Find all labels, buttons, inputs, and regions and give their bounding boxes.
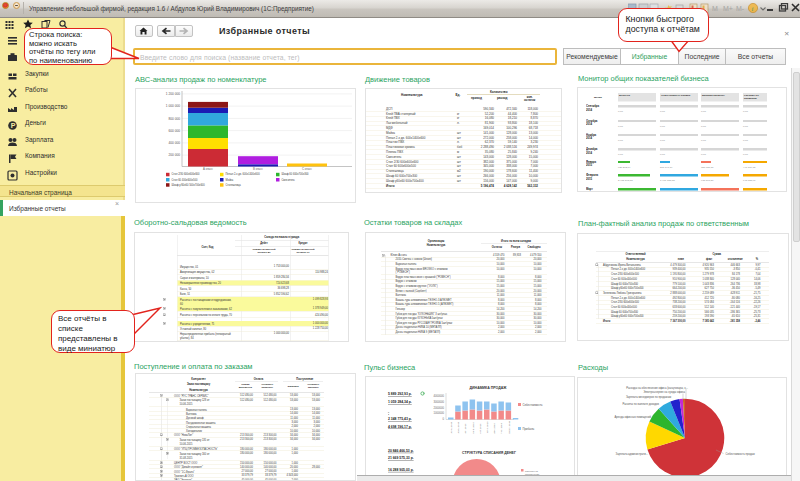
svg-text:Р: Р <box>11 122 16 129</box>
svg-text:M: M <box>712 5 718 12</box>
svg-text:Шкаф 60 600х700х300: Шкаф 60 600х700х300 <box>282 172 310 176</box>
svg-text:4 698 196,17 р.: 4 698 196,17 р. <box>388 425 412 429</box>
svg-text:А класс: А класс <box>203 167 213 171</box>
svg-text:5 889 292,93 р.: 5 889 292,93 р. <box>388 392 412 396</box>
svg-text:Зарплата менеджеров по продажа: Зарплата менеджеров по продажам <box>626 395 671 399</box>
svg-text:янв. 2016: янв. 2016 <box>500 422 503 433</box>
svg-text:Шкаф у/60х60 500х700х600: Шкаф у/60х60 500х700х600 <box>172 183 206 187</box>
svg-text:Стол 2/30 600х600х600: Стол 2/30 600х600х600 <box>172 172 201 176</box>
svg-text:Зарплата администрати...: Зарплата администрати... <box>616 452 649 456</box>
svg-text:Расчеты по выплате доходов: Расчеты по выплате доходов <box>623 402 660 406</box>
svg-text:Столешница: Столешница <box>226 183 242 187</box>
svg-text:Пенал 2-х дв. 600х1400х600: Пенал 2-х дв. 600х1400х600 <box>226 172 261 176</box>
svg-text:дек. 2015: дек. 2015 <box>493 422 496 433</box>
svg-text:20 846 466,53 р.: 20 846 466,53 р. <box>388 449 414 453</box>
svg-text:3000000: 3000000 <box>434 400 445 404</box>
svg-text:нояб. 2015: нояб. 2015 <box>486 421 489 434</box>
svg-text:1 200 000: 1 200 000 <box>166 92 180 96</box>
svg-text:окт. 2015: окт. 2015 <box>479 423 482 434</box>
svg-text:1000000: 1000000 <box>434 411 445 415</box>
svg-text:M+: M+ <box>723 5 733 12</box>
svg-text:Себестоимость продаж: Себестоимость продаж <box>726 452 755 456</box>
svg-text:Смеситель: Смеситель <box>282 178 296 182</box>
svg-text:i: i <box>752 5 754 13</box>
svg-text:В класс: В класс <box>253 167 263 171</box>
svg-text:СТРУКТУРА СПИСАНИЯ ДЕНЕГ: СТРУКТУРА СПИСАНИЯ ДЕНЕГ <box>462 451 516 455</box>
svg-text:2 348 775,43 р.: 2 348 775,43 р. <box>388 417 412 421</box>
svg-text:-: - <box>388 410 389 414</box>
svg-text:200 000: 200 000 <box>168 153 180 157</box>
svg-text:M-: M- <box>736 5 745 12</box>
svg-text:Аренда офисных помещений: Аренда офисных помещений <box>614 415 651 419</box>
svg-text:21 669 575,33 р.: 21 669 575,33 р. <box>388 456 414 460</box>
svg-text:Электроэнергия на нужды офиса: Электроэнергия на нужды офиса <box>643 390 685 394</box>
svg-text:С класс: С класс <box>302 167 313 171</box>
svg-text:Прибыль: Прибыль <box>523 427 535 431</box>
svg-text:июль 2015: июль 2015 <box>457 421 460 433</box>
svg-text:ДИНАМИКА ПРОДАЖ: ДИНАМИКА ПРОДАЖ <box>470 386 508 390</box>
svg-text:Стол 60 400х600х500: Стол 60 400х600х500 <box>172 178 198 182</box>
svg-text:1 000 000: 1 000 000 <box>166 104 180 108</box>
svg-text:1 059 284,34 р.: 1 059 284,34 р. <box>388 400 412 404</box>
svg-text:июнь 2015: июнь 2015 <box>450 421 453 433</box>
svg-text:4000000: 4000000 <box>434 394 445 398</box>
svg-text:800 000: 800 000 <box>168 117 180 121</box>
svg-text:600 000: 600 000 <box>168 129 180 133</box>
svg-text:Себестоимость: Себестоимость <box>523 403 544 407</box>
svg-text:сент. 2015: сент. 2015 <box>472 422 475 434</box>
svg-text:400 000: 400 000 <box>168 141 180 145</box>
svg-text:Расходы на обеспечение офиса (: Расходы на обеспечение офиса (канцтовары… <box>626 386 688 390</box>
svg-text:февр. 2016: февр. 2016 <box>508 420 511 433</box>
svg-text:16 288 905,03 р.: 16 288 905,03 р. <box>388 468 414 472</box>
svg-text:Мойка: Мойка <box>226 178 234 182</box>
svg-text:2000000: 2000000 <box>434 406 445 410</box>
svg-text:0: 0 <box>443 417 445 421</box>
svg-text:авг. 2015: авг. 2015 <box>464 423 467 433</box>
